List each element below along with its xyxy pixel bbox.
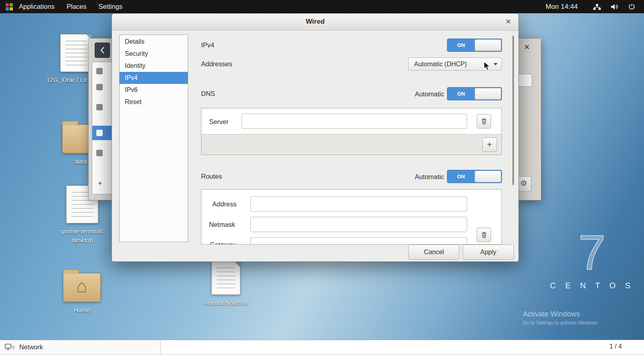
connection-item-icon <box>96 84 103 90</box>
trash-icon <box>481 232 487 238</box>
menu-applications[interactable]: Applications <box>13 0 61 13</box>
connection-item-icon <box>96 150 103 156</box>
dns-add-row: + <box>201 134 502 155</box>
dialog-scrollbar[interactable] <box>512 36 514 185</box>
address-label: Address <box>212 200 237 208</box>
centos-logo: 7 C E N T O S <box>549 228 635 290</box>
route-gateway-input[interactable] <box>250 237 467 245</box>
dns-server-input[interactable] <box>242 114 467 129</box>
routes-group: Address Netmask Gateway <box>201 189 502 245</box>
sidebar-item-reset[interactable]: Reset <box>120 96 188 108</box>
background-window-right-fragment: × ⚙ <box>518 38 541 200</box>
ipv4-toggle[interactable]: ON <box>447 39 502 52</box>
selected-connection-row[interactable] <box>92 126 112 140</box>
toggle-handle <box>475 88 501 100</box>
toggle-handle <box>475 39 501 51</box>
close-icon[interactable]: × <box>502 16 514 28</box>
connection-list-fragment: + <box>92 62 112 194</box>
mouse-cursor <box>484 61 491 73</box>
power-icon[interactable] <box>628 3 635 10</box>
dialog-titlebar[interactable]: Wired × <box>112 14 518 31</box>
netmask-label: Netmask <box>209 221 235 228</box>
route-netmask-input[interactable] <box>250 217 467 232</box>
sidebar-item-identity[interactable]: Identity <box>120 60 188 72</box>
connection-item-icon <box>96 104 103 110</box>
toggle-on-label: ON <box>447 88 475 100</box>
connection-item-icon <box>96 130 103 136</box>
sidebar-item-ipv6[interactable]: IPv6 <box>120 84 188 96</box>
centos-7-numeral: 7 <box>579 225 606 280</box>
bottom-taskbar: Network 1 / 4 <box>0 340 644 363</box>
routes-toggle[interactable]: ON <box>447 170 502 183</box>
taskbar-row: Network 1 / 4 <box>0 340 644 355</box>
dns-section-label: DNS <box>201 90 215 98</box>
desktop-icon-label: data <box>75 157 87 166</box>
toggle-on-label: ON <box>447 170 475 183</box>
network-connections-icon <box>5 343 15 351</box>
background-window-left-fragment: + <box>88 38 112 200</box>
add-connection-button[interactable]: + <box>98 179 102 188</box>
add-server-button[interactable]: + <box>482 137 497 152</box>
clock[interactable]: Mon 14:44 <box>546 3 578 11</box>
document-icon <box>211 261 240 295</box>
delete-route-button[interactable] <box>477 228 491 242</box>
network-tree-icon[interactable] <box>593 4 601 10</box>
delete-server-button[interactable] <box>477 114 491 128</box>
desktop-icon-home[interactable]: ⌂ Home <box>47 268 116 314</box>
dialog-sidebar: Details Security Identity IPv4 IPv6 Rese… <box>119 35 188 242</box>
sidebar-item-security[interactable]: Security <box>120 48 188 60</box>
gateway-label: Gateway <box>210 241 236 245</box>
background-window-close-icon[interactable]: × <box>524 42 530 52</box>
ipv4-section-label: IPv4 <box>201 41 214 49</box>
chevron-down-icon <box>494 63 498 65</box>
sidebar-item-ipv4[interactable]: IPv4 <box>120 72 188 84</box>
desktop-screen: Applications Places Settings Mon 14:44 1… <box>0 0 644 363</box>
centos-wordmark: C E N T O S <box>549 281 635 290</box>
routes-automatic-label: Automatic <box>369 173 444 181</box>
top-bar: Applications Places Settings Mon 14:44 <box>0 0 644 13</box>
back-button[interactable] <box>95 43 110 58</box>
cancel-button[interactable]: Cancel <box>408 245 459 260</box>
connection-item-icon <box>96 68 103 74</box>
taskbar-item-network[interactable]: Network <box>0 340 161 354</box>
dns-automatic-label: Automatic <box>369 90 444 98</box>
desktop-icon-label: Home <box>74 306 90 314</box>
background-input-fragment <box>518 74 532 87</box>
addresses-label: Addresses <box>201 60 232 68</box>
house-icon: ⌂ <box>63 275 100 297</box>
toggle-handle <box>475 171 501 182</box>
route-address-input[interactable] <box>250 196 467 212</box>
menu-places[interactable]: Places <box>61 0 93 13</box>
routes-section-label: Routes <box>201 173 222 180</box>
apply-button[interactable]: Apply <box>463 245 514 260</box>
menu-settings[interactable]: Settings <box>93 0 129 13</box>
workspace-pager[interactable]: 1 / 4 <box>609 343 622 350</box>
applications-icon <box>6 3 13 10</box>
topbar-status-area: Mon 14:44 <box>546 3 644 11</box>
addresses-method-value: Automatic (DHCP) <box>414 61 467 67</box>
server-label: Server <box>209 118 229 126</box>
desktop-icon-label: gnome-terminal. desktop <box>50 227 114 245</box>
desktop-icon-label: ReleaseNotes.txt <box>203 298 249 307</box>
volume-icon[interactable] <box>611 4 619 10</box>
dialog-title: Wired <box>112 18 518 26</box>
trash-icon <box>481 118 487 124</box>
taskbar-item-label: Network <box>19 344 43 351</box>
desktop-icon-releasenotes[interactable]: ReleaseNotes.txt <box>192 261 260 307</box>
activate-line2: Go to Settings to activate Windows. <box>523 320 643 326</box>
home-folder-icon: ⌂ <box>63 273 101 302</box>
activate-windows-watermark: Activate Windows Go to Settings to activ… <box>523 310 643 326</box>
activate-line1: Activate Windows <box>523 310 643 318</box>
sidebar-item-details[interactable]: Details <box>120 36 188 48</box>
toggle-on-label: ON <box>447 39 475 51</box>
dns-toggle[interactable]: ON <box>447 87 502 100</box>
dns-server-group: Server + <box>201 108 502 155</box>
document-icon <box>60 34 92 72</box>
wired-dialog: Wired × Details Security Identity IPv4 I… <box>112 13 519 262</box>
